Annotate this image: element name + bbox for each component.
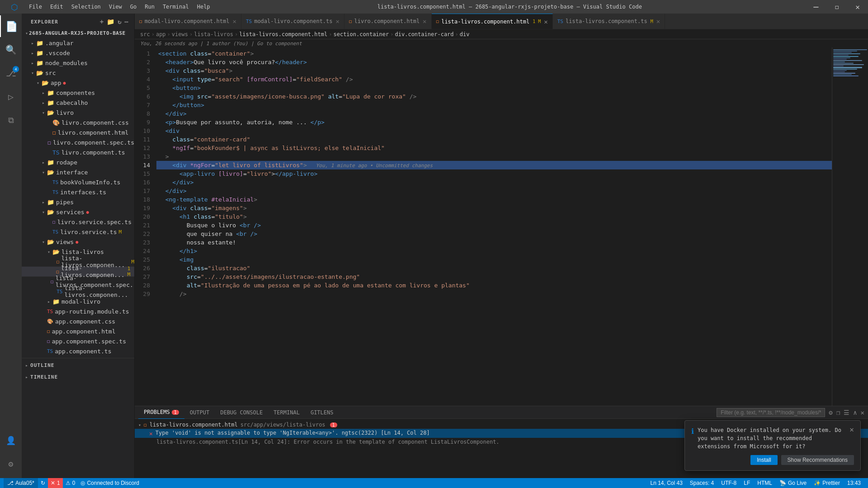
tree-item-livro-spec[interactable]: ◻ livro.component.spec.ts bbox=[22, 137, 134, 147]
panel-tab-problems[interactable]: PROBLEMS 1 bbox=[138, 406, 184, 419]
refresh-icon[interactable]: ↻ bbox=[118, 18, 122, 25]
tree-item-livro-service-ts[interactable]: TS livro.service.ts M bbox=[22, 227, 134, 237]
tree-item-app-css[interactable]: 🎨 app.component.css bbox=[22, 316, 134, 326]
menu-go[interactable]: Go bbox=[127, 3, 140, 11]
install-button[interactable]: Install bbox=[750, 455, 777, 465]
status-warnings[interactable]: ⚠ 0 bbox=[63, 478, 78, 488]
tree-item-bookVolumeInfo[interactable]: TS bookVolumeInfo.ts bbox=[22, 177, 134, 187]
activity-source-control[interactable]: ⎇ 4 bbox=[0, 62, 22, 84]
activity-remote[interactable]: 👤 bbox=[0, 429, 22, 451]
code-area[interactable]: <section class="container"> <header>Que … bbox=[155, 47, 832, 406]
panel-collapse-icon[interactable]: ❐ bbox=[836, 409, 840, 416]
new-file-icon[interactable]: + bbox=[100, 18, 104, 25]
tab-close-modal-ts[interactable]: ✕ bbox=[336, 18, 340, 25]
menu-view[interactable]: View bbox=[105, 3, 126, 11]
panel-tab-output[interactable]: OUTPUT bbox=[184, 406, 215, 419]
breadcrumb-views[interactable]: views bbox=[172, 31, 188, 38]
tab-close-lista-ts[interactable]: ✕ bbox=[656, 18, 660, 25]
tab-close-lista-html[interactable]: ✕ bbox=[544, 18, 547, 25]
breadcrumb-app[interactable]: app bbox=[156, 31, 166, 38]
timeline-section[interactable]: ▸ TIMELINE bbox=[22, 370, 134, 381]
tree-item-livro-service-spec[interactable]: ◻ livro.service.spec.ts bbox=[22, 217, 134, 227]
tab-lista-html[interactable]: ◻ lista-livros.component.html 1 M ✕ bbox=[432, 14, 553, 29]
show-recommendations-button[interactable]: Show Recommendations bbox=[781, 455, 854, 465]
tab-lista-ts[interactable]: TS lista-livros.component.ts M ✕ bbox=[553, 14, 665, 29]
breadcrumb-file[interactable]: lista-livros.component.html bbox=[239, 31, 327, 38]
tree-item-livro-ts[interactable]: TS livro.component.ts bbox=[22, 147, 134, 157]
outline-section[interactable]: ▸ OUTLINE bbox=[22, 358, 134, 370]
status-encoding[interactable]: UTF-8 bbox=[717, 478, 740, 488]
tree-item-app-html[interactable]: ◻ app.component.html bbox=[22, 326, 134, 336]
menu-help[interactable]: Help bbox=[193, 3, 214, 11]
panel-tab-terminal[interactable]: TERMINAL bbox=[268, 406, 305, 419]
activity-settings[interactable]: ⚙ bbox=[0, 453, 22, 474]
status-position[interactable]: Ln 14, Col 43 bbox=[646, 478, 686, 488]
panel-tab-debug[interactable]: DEBUG CONSOLE bbox=[215, 406, 268, 419]
status-errors[interactable]: ✕ 1 bbox=[48, 478, 63, 488]
docker-close-icon[interactable]: ✕ bbox=[849, 426, 854, 433]
status-golive[interactable]: 📡 Go Live bbox=[776, 478, 810, 488]
tree-item-app-ts[interactable]: TS app.component.ts bbox=[22, 346, 134, 356]
panel-chevron-up[interactable]: ∧ bbox=[853, 409, 857, 416]
menu-selection[interactable]: Selection bbox=[68, 3, 104, 11]
tree-item-views[interactable]: ▾ 📂 views ● bbox=[22, 237, 134, 247]
panel-tab-gitlens[interactable]: GITLENS bbox=[305, 406, 339, 419]
activity-debug[interactable]: ▷ bbox=[0, 86, 22, 108]
tree-item-livro-html[interactable]: ◻ livro.component.html bbox=[22, 127, 134, 137]
tree-label-pipes: pipes bbox=[56, 199, 74, 206]
tab-modal-html[interactable]: ◻ modal-livro.component.html ✕ bbox=[135, 14, 241, 29]
panel-filter-icon[interactable]: ⚙ bbox=[829, 409, 832, 416]
menu-edit[interactable]: Edit bbox=[47, 3, 67, 11]
project-root[interactable]: ▾ 2685-ANGULAR-RXJS-PROJETO-BASE bbox=[22, 28, 134, 38]
activity-explorer[interactable]: 📄 bbox=[0, 15, 22, 37]
panel-layout-icon[interactable]: ☰ bbox=[844, 409, 849, 416]
tree-item-angular[interactable]: ▸ 📁 .angular bbox=[22, 38, 134, 48]
status-line-ending[interactable]: LF bbox=[740, 478, 754, 488]
tree-item-interface[interactable]: ▾ 📂 interface bbox=[22, 167, 134, 177]
status-language[interactable]: HTML bbox=[754, 478, 776, 488]
tree-item-livro-css[interactable]: 🎨 livro.component.css bbox=[22, 117, 134, 127]
status-prettier[interactable]: ✨ Prettier bbox=[810, 478, 844, 488]
tab-livro-html[interactable]: ◻ livro.component.html ✕ bbox=[344, 14, 432, 29]
tab-close-modal-html[interactable]: ✕ bbox=[232, 18, 236, 25]
tree-item-livro-folder[interactable]: ▾ 📂 livro bbox=[22, 108, 134, 117]
breadcrumb-lista-livros[interactable]: lista-livros bbox=[194, 31, 233, 38]
tab-close-livro-html[interactable]: ✕ bbox=[423, 18, 426, 25]
tree-item-services[interactable]: ▾ 📂 services ● bbox=[22, 207, 134, 217]
tree-item-cabecalho[interactable]: ▸ 📁 cabecalho bbox=[22, 98, 134, 108]
tree-item-rodape[interactable]: ▸ 📁 rodape bbox=[22, 157, 134, 167]
tree-item-app-spec[interactable]: ◻ app.component.spec.ts bbox=[22, 336, 134, 346]
breadcrumb-src[interactable]: src bbox=[140, 31, 150, 38]
menu-run[interactable]: Run bbox=[141, 3, 158, 11]
tab-modal-ts[interactable]: TS modal-livro.component.ts ✕ bbox=[241, 14, 344, 29]
new-folder-icon[interactable]: 📁 bbox=[107, 18, 115, 25]
tree-item-pipes[interactable]: ▸ 📁 pipes bbox=[22, 197, 134, 207]
status-branch[interactable]: ⎇ Aula05* bbox=[4, 478, 38, 488]
window-controls[interactable]: ─ ◻ ✕ bbox=[806, 0, 868, 14]
activity-extensions[interactable]: ⧉ bbox=[0, 109, 22, 131]
filter-input[interactable] bbox=[717, 408, 825, 417]
tree-item-app[interactable]: ▾ 📂 app ● bbox=[22, 78, 134, 88]
tree-item-ll4[interactable]: TS lista-livros.componen... bbox=[22, 286, 134, 296]
tree-item-componentes[interactable]: ▸ 📁 componentes bbox=[22, 88, 134, 98]
status-sync[interactable]: ↻ bbox=[38, 478, 48, 488]
menu-terminal[interactable]: Terminal bbox=[159, 3, 193, 11]
tree-item-vscode[interactable]: ▸ 📁 .vscode bbox=[22, 48, 134, 58]
minimize-button[interactable]: ─ bbox=[806, 0, 826, 14]
breadcrumb-div[interactable]: div bbox=[460, 31, 470, 38]
close-button[interactable]: ✕ bbox=[847, 0, 868, 14]
activity-search[interactable]: 🔍 bbox=[0, 39, 22, 61]
breadcrumb-section[interactable]: section.container bbox=[333, 31, 389, 38]
maximize-button[interactable]: ◻ bbox=[826, 0, 847, 14]
panel-close-icon[interactable]: ✕ bbox=[861, 409, 864, 416]
breadcrumb-div-card[interactable]: div.container-card bbox=[395, 31, 454, 38]
titlebar-menus[interactable]: File Edit Selection View Go Run Terminal… bbox=[25, 3, 214, 11]
menu-file[interactable]: File bbox=[25, 3, 46, 11]
status-spaces[interactable]: Spaces: 4 bbox=[686, 478, 717, 488]
tree-item-app-routing[interactable]: TS app-routing.module.ts bbox=[22, 306, 134, 316]
tree-item-node-modules[interactable]: ▸ 📁 node_modules bbox=[22, 58, 134, 68]
collapse-all-icon[interactable]: ⋯ bbox=[125, 18, 129, 25]
tree-item-src[interactable]: ▾ 📂 src bbox=[22, 68, 134, 78]
status-connected[interactable]: ◎ Connected to Discord bbox=[78, 478, 142, 488]
tree-item-interfaces-ts[interactable]: TS interfaces.ts bbox=[22, 187, 134, 197]
